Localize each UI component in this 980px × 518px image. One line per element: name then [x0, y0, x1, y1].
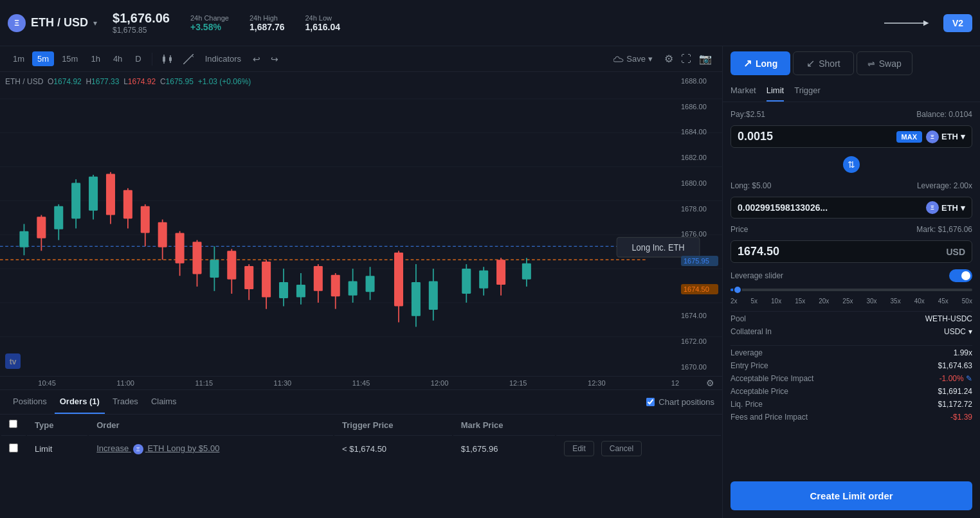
swap-tab[interactable]: ⇌ Swap	[857, 51, 912, 75]
leverage-toggle[interactable]	[949, 269, 972, 282]
mark-price-label: Mark: $1,676.06	[916, 225, 972, 234]
edit-order-btn[interactable]: Edit	[564, 441, 594, 456]
pair-selector[interactable]: Ξ ETH / USD ▾	[8, 14, 97, 32]
leverage-slider-section: Leverage slider 2x 5x 10x 15x 20x 25x 30…	[730, 269, 972, 305]
short-tab[interactable]: ↙ Short	[793, 51, 853, 75]
indicators-btn[interactable]: Indicators	[200, 51, 246, 66]
svg-rect-50	[262, 262, 271, 298]
time-1145: 11:45	[322, 379, 400, 387]
tick-5x: 5x	[751, 298, 758, 305]
create-order-btn[interactable]: Create Limit order	[730, 481, 972, 510]
pay-amount-input[interactable]	[738, 130, 893, 143]
long-tab[interactable]: ↗ Long	[730, 51, 790, 75]
tf-1h[interactable]: 1h	[86, 51, 105, 66]
tf-4h[interactable]: 4h	[108, 51, 127, 66]
pay-currency-selector[interactable]: Ξ ETH ▾	[926, 130, 965, 143]
price-1680: 1680.00	[681, 179, 718, 187]
tab-orders[interactable]: Orders (1)	[55, 390, 105, 414]
svg-rect-44	[210, 260, 219, 278]
svg-rect-32	[106, 174, 115, 215]
drawing-btn[interactable]	[179, 51, 197, 67]
tf-5m[interactable]: 5m	[32, 51, 54, 66]
row-checkbox[interactable]	[9, 443, 18, 452]
fullscreen-btn[interactable]: ⛶	[678, 51, 694, 67]
col-order: Order	[89, 416, 333, 434]
tab-claims[interactable]: Claims	[146, 390, 182, 414]
long-amount-input[interactable]	[738, 202, 922, 213]
chart-positions-toggle[interactable]: Chart positions	[646, 397, 714, 407]
svg-rect-48	[244, 266, 253, 289]
time-settings-btn[interactable]: ⚙	[703, 375, 717, 391]
tf-D[interactable]: D	[130, 51, 146, 66]
swap-direction-btn[interactable]: ⇅	[841, 154, 862, 175]
tick-10x: 10x	[771, 298, 781, 305]
change-label: 24h Change	[190, 14, 229, 22]
header: Ξ ETH / USD ▾ $1,676.06 $1,675.85 24h Ch…	[0, 0, 980, 46]
bottom-tabs: Positions Orders (1) Trades Claims Chart…	[0, 390, 722, 415]
time-1130: 11:30	[243, 379, 322, 387]
right-panel: ↗ Long ↙ Short ⇌ Swap Market Limit Trigg…	[723, 46, 980, 518]
tick-30x: 30x	[866, 298, 876, 305]
v2-button[interactable]: V2	[943, 14, 972, 32]
edit-price-impact-icon[interactable]: ✎	[966, 374, 972, 383]
svg-rect-64	[394, 253, 403, 306]
save-label: Save	[626, 54, 646, 64]
chevron-down-icon: ▾	[93, 19, 97, 28]
max-btn[interactable]: MAX	[896, 131, 922, 143]
eth-icon-long: Ξ	[926, 201, 939, 214]
ohlc-close: 1675.95	[166, 77, 194, 86]
redo-btn[interactable]: ↪	[267, 51, 282, 67]
svg-rect-24	[37, 217, 46, 238]
price-impact-value: -1.00% ✎	[939, 374, 972, 383]
time-1200: 12:00	[401, 379, 479, 387]
long-label: Long: $5.00	[730, 181, 771, 190]
svg-rect-74	[496, 260, 505, 285]
svg-rect-40	[176, 233, 185, 263]
pay-label: Pay:	[730, 110, 746, 119]
chart-type-btn[interactable]	[158, 52, 177, 66]
tf-15m[interactable]: 15m	[57, 51, 83, 66]
trending-down-icon: ↙	[806, 57, 815, 69]
time-1215: 12:15	[479, 379, 558, 387]
tab-positions[interactable]: Positions	[8, 390, 52, 414]
tick-15x: 15x	[795, 298, 805, 305]
tab-trades[interactable]: Trades	[107, 390, 143, 414]
price-scale: 1688.00 1686.00 1684.00 1682.00 1680.00 …	[677, 72, 722, 376]
svg-rect-46	[227, 251, 236, 280]
market-tab[interactable]: Market	[730, 80, 756, 102]
undo-btn[interactable]: ↩	[249, 51, 264, 67]
select-all-checkbox[interactable]	[9, 420, 17, 428]
collateral-label: Collateral In	[730, 327, 772, 336]
settings-btn[interactable]: ⚙	[662, 50, 676, 67]
collateral-selector[interactable]: USDC ▾	[944, 327, 972, 336]
long-currency-chevron: ▾	[961, 203, 965, 213]
screenshot-btn[interactable]: 📷	[696, 50, 714, 67]
long-currency-selector[interactable]: Ξ ETH ▾	[926, 201, 965, 214]
price-1674: 1674.00	[681, 312, 718, 319]
svg-rect-4	[169, 57, 172, 61]
swap-tab-label: Swap	[879, 58, 902, 69]
time-1230: 12:30	[558, 379, 636, 387]
svg-rect-34	[123, 190, 132, 219]
chart-positions-checkbox[interactable]	[646, 398, 655, 406]
svg-rect-60	[349, 281, 358, 296]
pool-selector[interactable]: WETH-USDC	[925, 314, 972, 323]
slider-track[interactable]	[730, 289, 972, 291]
cancel-order-btn[interactable]: Cancel	[601, 441, 642, 456]
save-btn[interactable]: Save ▾	[607, 51, 659, 66]
svg-rect-54	[296, 285, 305, 297]
limit-tab[interactable]: Limit	[767, 80, 784, 102]
liq-price-row: Liq. Price $1,172.72	[730, 400, 972, 409]
price-1684: 1684.00	[681, 128, 718, 136]
leverage-slider-label: Leverage slider	[730, 271, 783, 280]
price-input[interactable]	[738, 245, 946, 258]
collateral-row: Collateral In USDC ▾	[730, 327, 972, 336]
pool-label: Pool	[730, 314, 746, 323]
trigger-tab[interactable]: Trigger	[794, 80, 821, 102]
entry-price-label: Entry Price	[730, 361, 768, 370]
trade-form: Pay: $2.51 Balance: 0.0104 MAX Ξ ETH ▾ ⇅	[723, 102, 980, 518]
tf-1m[interactable]: 1m	[8, 51, 30, 66]
high-value: 1,687.76	[250, 22, 285, 32]
col-type: Type	[27, 416, 87, 434]
svg-rect-26	[54, 206, 63, 229]
